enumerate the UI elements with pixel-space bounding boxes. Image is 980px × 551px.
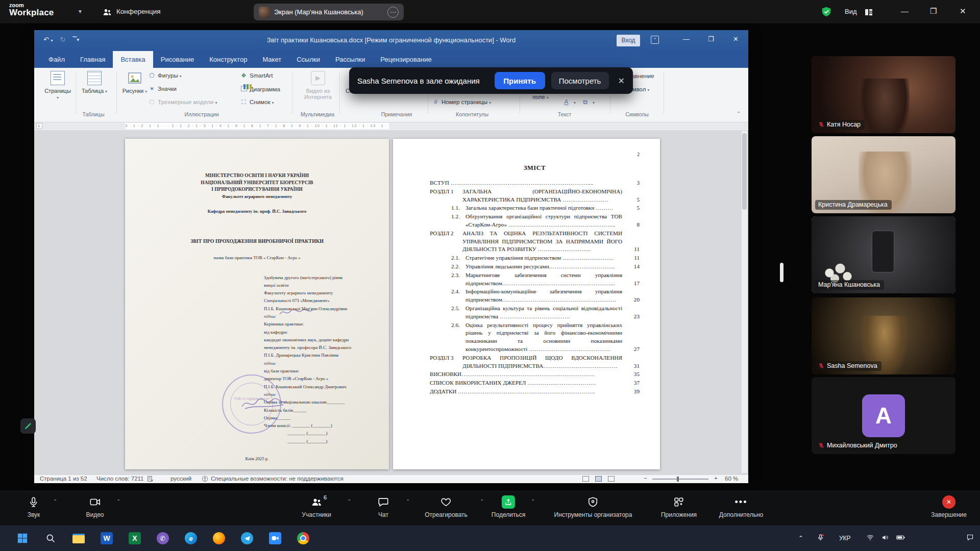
viber-taskbar-icon[interactable]: ✆ — [156, 531, 170, 545]
word-close-button[interactable]: ✕ — [733, 35, 739, 43]
tab-stop-selector[interactable]: L — [36, 123, 42, 129]
zoom-in-button[interactable]: + — [714, 475, 718, 481]
chrome-taskbar-icon[interactable] — [296, 531, 310, 545]
status-page-count[interactable]: Страница 1 из 52 — [40, 475, 87, 482]
status-language[interactable]: русский — [170, 475, 191, 482]
object-button[interactable]: ⧉▾ — [581, 99, 595, 106]
share-chevron-icon[interactable]: ⌃ — [531, 498, 535, 504]
apps-button[interactable]: Приложения — [661, 495, 697, 518]
document-canvas[interactable]: МІНІСТЕРСТВО ОСВІТИ І НАУКИ УКРАЇНИНАЦІО… — [34, 130, 748, 474]
more-button[interactable]: •••Дополнительно — [719, 495, 763, 518]
participant-tile[interactable]: AМихайловський Дмитро — [812, 377, 955, 454]
ribbon-tab-файл[interactable]: Файл — [41, 51, 72, 68]
view-layout-icon[interactable] — [865, 8, 873, 16]
explorer-taskbar-icon[interactable] — [71, 531, 86, 545]
proofing-icon[interactable] — [147, 475, 154, 482]
video-button[interactable]: Видео — [86, 495, 104, 518]
screenshot-button[interactable]: ⛶Снимок▾ — [240, 99, 274, 106]
chat-chevron-icon[interactable]: ⌃ — [406, 498, 410, 504]
zoom-percentage[interactable]: 60 % — [725, 475, 738, 482]
start-taskbar-icon[interactable] — [15, 531, 30, 545]
chat-button[interactable]: Чат — [378, 495, 389, 518]
screen-share-tab[interactable]: Экран (Мар'яна Кшановська) ⋯ — [254, 4, 404, 20]
zoom-taskbar-icon[interactable] — [268, 531, 282, 545]
end-meeting-button[interactable]: ✕Завершение — [931, 495, 967, 518]
ribbon-tab-рассылки[interactable]: Рассылки — [328, 51, 373, 68]
smartart-button[interactable]: ❖SmartArt — [240, 72, 273, 79]
3d-models-button[interactable]: ⬡Трехмерные модели▾ — [148, 99, 217, 106]
share-tab-more-icon[interactable]: ⋯ — [387, 7, 399, 18]
drop-cap-button[interactable]: A▾ — [562, 99, 576, 106]
table-button[interactable]: Таблица ▾ — [81, 70, 108, 95]
telegram-taskbar-icon[interactable] — [240, 531, 254, 545]
chart-button[interactable]: Диаграмма — [240, 86, 280, 92]
status-word-count[interactable]: Число слов: 7211 — [96, 475, 143, 482]
horizontal-ruler[interactable]: 3 · 1 · 2 · 1 · 1 · ː · 1 · 1 · 2 · 1 · … — [34, 122, 748, 130]
search-taskbar-icon[interactable] — [43, 531, 58, 545]
pages-button[interactable]: Страницы ▾ — [43, 70, 72, 101]
participants-chevron-icon[interactable]: ⌃ — [347, 498, 351, 504]
web-layout-icon[interactable] — [608, 476, 618, 482]
audio-chevron-icon[interactable]: ⌃ — [53, 498, 57, 504]
word-taskbar-icon[interactable]: W — [100, 531, 114, 545]
page-number: 2 — [430, 152, 640, 157]
ribbon-tab-рисование[interactable]: Рисование — [153, 51, 202, 68]
shapes-button[interactable]: ⬠Фигуры▾ — [148, 72, 182, 79]
word-scrollbar[interactable] — [742, 131, 747, 473]
annotation-pencil-button[interactable] — [20, 418, 36, 434]
collapse-ribbon-icon[interactable]: ⌃ — [737, 111, 741, 116]
ribbon-tab-рецензирование[interactable]: Рецензирование — [373, 51, 439, 68]
panel-resize-handle[interactable] — [780, 263, 783, 282]
view-button[interactable]: Вид — [845, 8, 857, 15]
page-number-button[interactable]: #Номер страницы▾ — [432, 99, 491, 106]
host-tools-button[interactable]: Инструменты организатора — [554, 495, 632, 518]
icons-button[interactable]: ✶Значки — [148, 86, 177, 92]
react-button[interactable]: Отреагировать — [425, 495, 468, 518]
firefox-taskbar-icon[interactable] — [212, 531, 226, 545]
admit-button[interactable]: Принять — [495, 72, 545, 89]
participant-tile[interactable]: Мар'яна Кшановська — [812, 216, 955, 293]
ribbon-tab-вставка[interactable]: Вставка — [113, 51, 153, 68]
view-waiting-button[interactable]: Посмотреть — [551, 72, 609, 89]
window-restore-button[interactable]: ❐ — [930, 7, 937, 16]
toc-label: 2.6. — [451, 321, 465, 354]
ribbon-tab-макет[interactable]: Макет — [255, 51, 289, 68]
tray-battery-icon[interactable] — [896, 534, 905, 541]
window-minimize-button[interactable]: — — [901, 7, 909, 15]
word-restore-button[interactable]: ❐ — [708, 35, 714, 43]
ribbon-display-options-icon[interactable]: ⌃ — [651, 36, 659, 44]
zoom-out-button[interactable]: − — [644, 475, 647, 481]
participant-tile[interactable]: Sasha Semenova — [812, 297, 955, 374]
window-close-button[interactable]: ✕ — [960, 7, 966, 16]
audio-button[interactable]: Звук — [28, 495, 40, 518]
status-accessibility[interactable]: Специальные возможности: не поддерживают… — [211, 475, 344, 482]
participant-tile[interactable]: Кристина Драмарецька — [812, 136, 955, 213]
excel-taskbar-icon[interactable]: X — [128, 531, 142, 545]
ribbon-tab-ссылки[interactable]: Ссылки — [289, 51, 328, 68]
notification-center-icon[interactable] — [966, 534, 974, 541]
ribbon-tab-главная[interactable]: Главная — [72, 51, 113, 68]
share-button[interactable]: Поделиться — [492, 495, 525, 518]
tray-mic-icon[interactable] — [817, 534, 824, 541]
sign-in-button[interactable]: Вход — [617, 35, 640, 46]
word-minimize-button[interactable]: — — [683, 35, 690, 43]
edge-taskbar-icon[interactable]: e — [184, 531, 198, 545]
tray-expand-icon[interactable]: ⌃ — [798, 535, 803, 542]
participant-tile[interactable]: Катя Носар — [812, 56, 955, 133]
meeting-tab-label[interactable]: Конференция — [116, 8, 161, 15]
ribbon-tab-конструктор[interactable]: Конструктор — [202, 51, 255, 68]
pictures-button[interactable]: Рисунки ▾ — [121, 70, 148, 95]
read-mode-icon[interactable] — [582, 476, 593, 482]
toast-close-icon[interactable]: ✕ — [615, 76, 625, 86]
security-shield-icon[interactable] — [821, 6, 832, 17]
tray-language[interactable]: УКР — [839, 535, 851, 542]
online-video-button[interactable]: ▶ Видео изИнтернета — [300, 70, 336, 100]
zoom-slider[interactable] — [652, 479, 708, 480]
tray-wifi-icon[interactable] — [866, 534, 874, 541]
react-chevron-icon[interactable]: ⌃ — [480, 498, 484, 504]
tray-volume-icon[interactable] — [881, 534, 889, 541]
video-chevron-icon[interactable]: ⌃ — [116, 498, 120, 504]
workspace-chevron-icon[interactable]: ▼ — [78, 9, 83, 14]
zoom-slider-thumb[interactable] — [677, 477, 679, 482]
print-layout-icon[interactable] — [595, 476, 605, 482]
